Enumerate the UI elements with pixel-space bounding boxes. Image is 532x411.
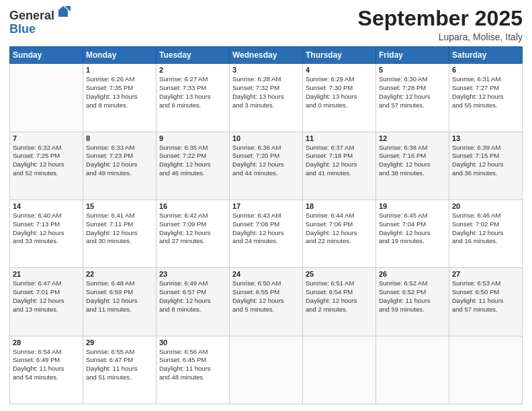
day-info: Sunrise: 6:27 AM Sunset: 7:33 PM Dayligh… <box>159 75 226 109</box>
day-number: 7 <box>13 134 80 142</box>
col-wednesday: Wednesday <box>230 47 303 64</box>
day-info: Sunrise: 6:52 AM Sunset: 6:52 PM Dayligh… <box>379 279 446 314</box>
calendar-header-row: Sunday Monday Tuesday Wednesday Thursday… <box>10 47 523 64</box>
day-info: Sunrise: 6:40 AM Sunset: 7:13 PM Dayligh… <box>13 212 80 246</box>
table-row: 21Sunrise: 6:47 AM Sunset: 7:01 PM Dayli… <box>10 268 83 336</box>
logo-icon <box>56 5 71 19</box>
col-thursday: Thursday <box>303 47 376 64</box>
day-number: 1 <box>86 66 153 74</box>
day-info: Sunrise: 6:36 AM Sunset: 7:20 PM Dayligh… <box>232 144 300 178</box>
day-number: 25 <box>306 270 373 278</box>
table-row: 12Sunrise: 6:38 AM Sunset: 7:16 PM Dayli… <box>376 132 449 199</box>
table-row: 22Sunrise: 6:48 AM Sunset: 6:59 PM Dayli… <box>83 268 157 336</box>
day-info: Sunrise: 6:32 AM Sunset: 7:25 PM Dayligh… <box>13 144 80 178</box>
day-number: 8 <box>86 134 153 142</box>
table-row: 1Sunrise: 6:26 AM Sunset: 7:35 PM Daylig… <box>83 64 157 132</box>
calendar-week-row: 28Sunrise: 6:54 AM Sunset: 6:49 PM Dayli… <box>10 336 523 404</box>
day-number: 4 <box>306 66 373 74</box>
day-number: 22 <box>86 270 153 278</box>
table-row: 20Sunrise: 6:46 AM Sunset: 7:02 PM Dayli… <box>449 199 523 267</box>
logo-blue: Blue <box>9 22 36 36</box>
table-row: 6Sunrise: 6:31 AM Sunset: 7:27 PM Daylig… <box>449 64 523 132</box>
page: General Blue September 2025 Lupara, Moli… <box>0 0 532 411</box>
day-number: 5 <box>379 66 446 74</box>
day-info: Sunrise: 6:41 AM Sunset: 7:11 PM Dayligh… <box>86 212 153 246</box>
day-info: Sunrise: 6:43 AM Sunset: 7:08 PM Dayligh… <box>232 212 300 246</box>
month-title: September 2025 <box>358 7 523 30</box>
calendar-week-row: 21Sunrise: 6:47 AM Sunset: 7:01 PM Dayli… <box>10 268 523 336</box>
col-friday: Friday <box>376 47 449 64</box>
day-number: 28 <box>13 338 80 347</box>
day-number: 30 <box>159 338 226 347</box>
day-info: Sunrise: 6:31 AM Sunset: 7:27 PM Dayligh… <box>452 75 519 109</box>
col-sunday: Sunday <box>10 47 83 64</box>
table-row: 9Sunrise: 6:35 AM Sunset: 7:22 PM Daylig… <box>157 132 230 199</box>
day-number: 27 <box>452 270 519 278</box>
table-row: 5Sunrise: 6:30 AM Sunset: 7:28 PM Daylig… <box>376 64 449 132</box>
col-tuesday: Tuesday <box>157 47 230 64</box>
day-number: 18 <box>306 202 373 210</box>
day-number: 26 <box>379 270 446 278</box>
table-row <box>10 64 83 132</box>
day-info: Sunrise: 6:44 AM Sunset: 7:06 PM Dayligh… <box>306 212 373 246</box>
day-number: 9 <box>159 134 226 142</box>
day-number: 11 <box>306 134 373 142</box>
day-info: Sunrise: 6:46 AM Sunset: 7:02 PM Dayligh… <box>452 212 519 246</box>
table-row: 17Sunrise: 6:43 AM Sunset: 7:08 PM Dayli… <box>230 199 303 267</box>
day-number: 10 <box>232 134 300 142</box>
day-number: 3 <box>232 66 300 74</box>
day-info: Sunrise: 6:26 AM Sunset: 7:35 PM Dayligh… <box>86 75 153 109</box>
col-saturday: Saturday <box>449 47 523 64</box>
header: General Blue September 2025 Lupara, Moli… <box>9 7 523 42</box>
day-number: 24 <box>232 270 300 278</box>
day-info: Sunrise: 6:48 AM Sunset: 6:59 PM Dayligh… <box>86 279 153 314</box>
day-number: 12 <box>379 134 446 142</box>
day-number: 15 <box>86 202 153 210</box>
table-row: 13Sunrise: 6:39 AM Sunset: 7:15 PM Dayli… <box>449 132 523 199</box>
table-row <box>303 336 376 404</box>
day-number: 19 <box>379 202 446 210</box>
title-block: September 2025 Lupara, Molise, Italy <box>358 7 523 42</box>
table-row <box>449 336 523 404</box>
calendar-table: Sunday Monday Tuesday Wednesday Thursday… <box>9 46 523 404</box>
table-row: 18Sunrise: 6:44 AM Sunset: 7:06 PM Dayli… <box>303 199 376 267</box>
day-info: Sunrise: 6:55 AM Sunset: 6:47 PM Dayligh… <box>86 348 153 382</box>
col-monday: Monday <box>83 47 157 64</box>
day-info: Sunrise: 6:39 AM Sunset: 7:15 PM Dayligh… <box>452 144 519 178</box>
table-row: 8Sunrise: 6:33 AM Sunset: 7:23 PM Daylig… <box>83 132 157 199</box>
day-info: Sunrise: 6:33 AM Sunset: 7:23 PM Dayligh… <box>86 144 153 178</box>
day-info: Sunrise: 6:54 AM Sunset: 6:49 PM Dayligh… <box>13 348 80 382</box>
day-info: Sunrise: 6:53 AM Sunset: 6:50 PM Dayligh… <box>452 279 519 314</box>
day-info: Sunrise: 6:45 AM Sunset: 7:04 PM Dayligh… <box>379 212 446 246</box>
day-number: 16 <box>159 202 226 210</box>
day-number: 21 <box>13 270 80 278</box>
table-row: 7Sunrise: 6:32 AM Sunset: 7:25 PM Daylig… <box>10 132 83 199</box>
table-row: 19Sunrise: 6:45 AM Sunset: 7:04 PM Dayli… <box>376 199 449 267</box>
table-row: 26Sunrise: 6:52 AM Sunset: 6:52 PM Dayli… <box>376 268 449 336</box>
day-info: Sunrise: 6:49 AM Sunset: 6:57 PM Dayligh… <box>159 279 226 314</box>
table-row: 15Sunrise: 6:41 AM Sunset: 7:11 PM Dayli… <box>83 199 157 267</box>
table-row: 4Sunrise: 6:29 AM Sunset: 7:30 PM Daylig… <box>303 64 376 132</box>
day-number: 2 <box>159 66 226 74</box>
table-row: 29Sunrise: 6:55 AM Sunset: 6:47 PM Dayli… <box>83 336 157 404</box>
day-info: Sunrise: 6:35 AM Sunset: 7:22 PM Dayligh… <box>159 144 226 178</box>
day-number: 20 <box>452 202 519 210</box>
day-info: Sunrise: 6:30 AM Sunset: 7:28 PM Dayligh… <box>379 75 446 109</box>
day-info: Sunrise: 6:56 AM Sunset: 6:45 PM Dayligh… <box>159 348 226 382</box>
day-info: Sunrise: 6:47 AM Sunset: 7:01 PM Dayligh… <box>13 279 80 314</box>
table-row: 24Sunrise: 6:50 AM Sunset: 6:55 PM Dayli… <box>230 268 303 336</box>
day-info: Sunrise: 6:37 AM Sunset: 7:18 PM Dayligh… <box>306 144 373 178</box>
day-number: 23 <box>159 270 226 278</box>
table-row <box>376 336 449 404</box>
table-row: 2Sunrise: 6:27 AM Sunset: 7:33 PM Daylig… <box>157 64 230 132</box>
table-row: 14Sunrise: 6:40 AM Sunset: 7:13 PM Dayli… <box>10 199 83 267</box>
logo-general: General <box>9 9 54 22</box>
day-number: 14 <box>13 202 80 210</box>
table-row: 25Sunrise: 6:51 AM Sunset: 6:54 PM Dayli… <box>303 268 376 336</box>
day-info: Sunrise: 6:51 AM Sunset: 6:54 PM Dayligh… <box>306 279 373 314</box>
day-info: Sunrise: 6:42 AM Sunset: 7:09 PM Dayligh… <box>159 212 226 246</box>
logo: General Blue <box>9 9 71 36</box>
table-row: 28Sunrise: 6:54 AM Sunset: 6:49 PM Dayli… <box>10 336 83 404</box>
table-row <box>230 336 303 404</box>
table-row: 27Sunrise: 6:53 AM Sunset: 6:50 PM Dayli… <box>449 268 523 336</box>
